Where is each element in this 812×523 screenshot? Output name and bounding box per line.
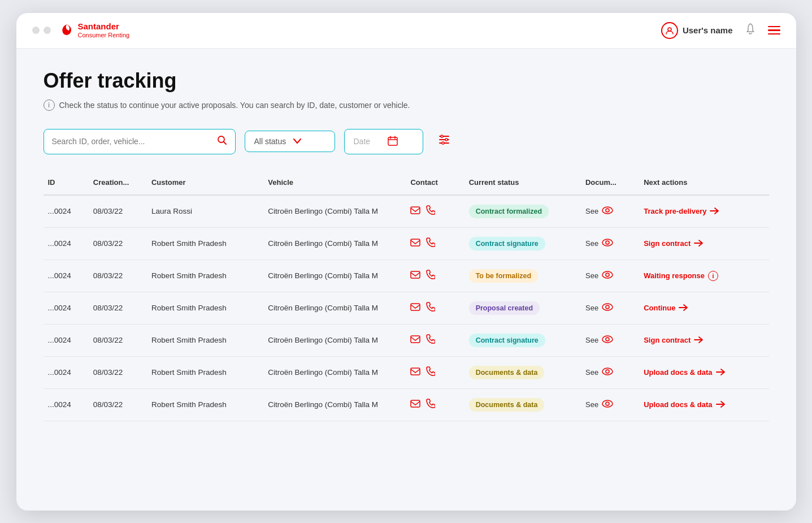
col-header-date: Creation... xyxy=(89,172,147,195)
cell-actions[interactable]: Sign contract xyxy=(639,324,768,356)
svg-point-19 xyxy=(602,336,613,343)
cell-docs[interactable]: See xyxy=(581,356,639,388)
cell-actions[interactable]: Track pre-delivery xyxy=(639,195,768,228)
next-action-link[interactable]: Upload docs & data xyxy=(644,400,764,410)
svg-rect-15 xyxy=(411,304,420,310)
eye-icon[interactable] xyxy=(602,206,613,217)
email-icon[interactable] xyxy=(410,239,420,249)
email-icon[interactable] xyxy=(410,335,420,345)
cell-id: ...0024 xyxy=(44,356,89,388)
email-icon[interactable] xyxy=(410,400,420,410)
cell-contact xyxy=(406,260,464,292)
subtitle-info-icon: i xyxy=(44,100,55,111)
action-arrow-icon xyxy=(679,303,688,313)
phone-icon[interactable] xyxy=(426,205,435,218)
email-icon[interactable] xyxy=(410,206,420,217)
phone-icon[interactable] xyxy=(426,270,435,282)
svg-rect-2 xyxy=(388,137,397,145)
traffic-lights xyxy=(32,27,51,34)
logo-santander-label: Santander xyxy=(78,22,130,32)
date-filter[interactable]: Date xyxy=(344,129,423,154)
eye-icon[interactable] xyxy=(602,239,613,249)
cell-actions[interactable]: Upload docs & data xyxy=(639,356,768,388)
table-row: ...0024 08/03/22 Laura Rossi Citroën Ber… xyxy=(44,195,769,228)
cell-docs[interactable]: See xyxy=(581,195,639,228)
svg-point-7 xyxy=(602,207,613,214)
status-filter[interactable]: All status xyxy=(245,131,335,152)
eye-icon[interactable] xyxy=(602,400,613,410)
next-action-link[interactable]: Continue xyxy=(644,303,764,313)
header: Santander Consumer Renting User's name xyxy=(16,13,796,49)
hamburger-menu-icon[interactable] xyxy=(768,26,780,35)
search-box[interactable] xyxy=(44,129,236,154)
next-action-link[interactable]: Sign contract xyxy=(644,335,764,345)
phone-icon[interactable] xyxy=(426,366,435,379)
eye-icon[interactable] xyxy=(602,271,613,281)
notification-bell-icon[interactable] xyxy=(744,23,757,38)
svg-rect-9 xyxy=(411,239,420,246)
phone-icon[interactable] xyxy=(426,237,435,250)
col-header-status: Current status xyxy=(464,172,581,195)
cell-docs[interactable]: See xyxy=(581,292,639,324)
header-right: User's name xyxy=(661,22,780,39)
phone-icon[interactable] xyxy=(426,334,435,347)
next-action-link[interactable]: Sign contract xyxy=(644,239,764,249)
cell-customer: Robert Smith Pradesh xyxy=(147,324,263,356)
logo-text: Santander Consumer Renting xyxy=(78,22,130,38)
svg-point-17 xyxy=(606,305,609,309)
cell-date: 08/03/22 xyxy=(89,324,147,356)
table-row: ...0024 08/03/22 Robert Smith Pradesh Ci… xyxy=(44,227,769,260)
cell-vehicle: Citroën Berlingo (Combi) Talla M xyxy=(263,227,406,260)
col-header-actions: Next actions xyxy=(639,172,768,195)
next-action-link[interactable]: Upload docs & data xyxy=(644,368,764,378)
eye-icon[interactable] xyxy=(602,368,613,378)
waiting-info-icon[interactable]: i xyxy=(708,271,718,281)
eye-icon[interactable] xyxy=(602,303,613,313)
next-action-link[interactable]: Waiting response i xyxy=(644,271,764,281)
svg-rect-6 xyxy=(411,207,420,214)
docs-see-label: See xyxy=(585,336,598,344)
table-row: ...0024 08/03/22 Robert Smith Pradesh Ci… xyxy=(44,356,769,388)
cell-actions[interactable]: Upload docs & data xyxy=(639,388,768,421)
cell-customer: Robert Smith Pradesh xyxy=(147,356,263,388)
action-text: Continue xyxy=(644,304,675,312)
cell-docs[interactable]: See xyxy=(581,388,639,421)
cell-docs[interactable]: See xyxy=(581,324,639,356)
chevron-down-icon xyxy=(293,137,325,146)
svg-point-5 xyxy=(442,142,444,144)
svg-point-16 xyxy=(602,304,613,310)
cell-date: 08/03/22 xyxy=(89,260,147,292)
advanced-filter-button[interactable] xyxy=(432,129,456,153)
cell-actions[interactable]: Waiting response i xyxy=(639,260,768,292)
status-badge: Documents & data xyxy=(469,398,545,412)
cell-docs[interactable]: See xyxy=(581,227,639,260)
cell-vehicle: Citroën Berlingo (Combi) Talla M xyxy=(263,292,406,324)
date-filter-label: Date xyxy=(354,137,380,146)
svg-point-14 xyxy=(606,273,609,276)
cell-customer: Laura Rossi xyxy=(147,195,263,228)
phone-icon[interactable] xyxy=(426,399,435,411)
next-action-link[interactable]: Track pre-delivery xyxy=(644,206,764,217)
docs-see-label: See xyxy=(585,400,598,409)
cell-docs[interactable]: See xyxy=(581,260,639,292)
cell-vehicle: Citroën Berlingo (Combi) Talla M xyxy=(263,195,406,228)
svg-point-11 xyxy=(606,241,609,244)
action-text: Sign contract xyxy=(644,239,691,248)
email-icon[interactable] xyxy=(410,271,420,281)
eye-icon[interactable] xyxy=(602,335,613,345)
cell-actions[interactable]: Sign contract xyxy=(639,227,768,260)
search-input[interactable] xyxy=(52,137,212,146)
email-icon[interactable] xyxy=(410,368,420,378)
cell-status: Contract formalized xyxy=(464,195,581,228)
user-name-label: User's name xyxy=(683,25,733,35)
cell-actions[interactable]: Continue xyxy=(639,292,768,324)
page-title: Offer tracking xyxy=(44,69,769,93)
phone-icon[interactable] xyxy=(426,302,435,314)
main-content: Offer tracking i Check the status to con… xyxy=(16,49,796,442)
col-header-id: ID xyxy=(44,172,89,195)
email-icon[interactable] xyxy=(410,303,420,313)
cell-vehicle: Citroën Berlingo (Combi) Talla M xyxy=(263,388,406,421)
svg-point-3 xyxy=(441,135,443,137)
user-area[interactable]: User's name xyxy=(661,22,733,39)
table-row: ...0024 08/03/22 Robert Smith Pradesh Ci… xyxy=(44,260,769,292)
